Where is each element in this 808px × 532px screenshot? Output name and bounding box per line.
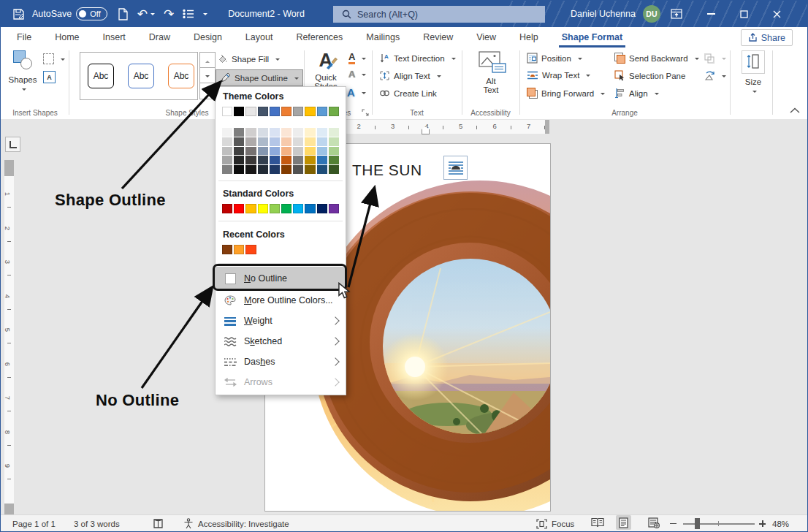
color-swatch[interactable]: [329, 204, 339, 213]
read-mode-button[interactable]: [588, 515, 607, 530]
minimize-button[interactable]: [698, 1, 723, 27]
create-link-button[interactable]: Create Link: [379, 88, 437, 99]
color-swatch[interactable]: [317, 156, 327, 165]
color-swatch[interactable]: [329, 128, 339, 137]
wordart-dialog-launcher-icon[interactable]: [362, 109, 369, 118]
color-swatch[interactable]: [317, 147, 327, 156]
text-fill-button[interactable]: A: [348, 52, 366, 64]
color-swatch[interactable]: [270, 165, 280, 175]
rotate-objects-button[interactable]: [704, 70, 726, 81]
color-swatch[interactable]: [281, 156, 291, 165]
color-swatch[interactable]: [234, 156, 244, 165]
alt-text-button[interactable]: Alt Text: [468, 51, 514, 94]
color-swatch[interactable]: [270, 107, 280, 116]
color-swatch[interactable]: [281, 165, 291, 175]
color-swatch[interactable]: [270, 204, 280, 213]
avatar[interactable]: DU: [643, 5, 660, 23]
color-swatch[interactable]: [245, 245, 256, 254]
vertical-ruler[interactable]: 123456789: [4, 160, 14, 514]
selection-pane-button[interactable]: Selection Pane: [614, 70, 685, 81]
menu-item-dashes[interactable]: Dashes: [216, 352, 346, 372]
bullet-list-icon[interactable]: [178, 1, 199, 27]
color-swatch[interactable]: [222, 156, 232, 165]
color-swatch[interactable]: [329, 137, 339, 147]
color-swatch[interactable]: [245, 128, 256, 137]
group-objects-button[interactable]: [704, 53, 726, 64]
tab-layout[interactable]: Layout: [234, 27, 285, 48]
wrap-text-button[interactable]: Wrap Text: [527, 70, 590, 80]
menu-item-more-outline-colors[interactable]: More Outline Colors...: [216, 290, 346, 311]
save-icon[interactable]: [8, 1, 29, 27]
color-swatch[interactable]: [305, 204, 315, 213]
color-swatch[interactable]: [222, 107, 232, 116]
color-swatch[interactable]: [317, 107, 327, 116]
user-name[interactable]: Daniel Uchenna: [571, 9, 636, 19]
color-swatch[interactable]: [281, 137, 291, 147]
color-swatch[interactable]: [222, 147, 232, 156]
color-swatch[interactable]: [293, 107, 303, 116]
color-swatch[interactable]: [245, 204, 256, 213]
color-swatch[interactable]: [270, 128, 280, 137]
send-backward-button[interactable]: Send Backward: [614, 53, 699, 64]
color-swatch[interactable]: [258, 204, 268, 213]
shapes-button[interactable]: Shapes: [7, 50, 39, 91]
tab-design[interactable]: Design: [182, 27, 234, 48]
gallery-scroll-down-button[interactable]: [199, 67, 216, 84]
color-swatch[interactable]: [222, 165, 232, 175]
zoom-slider-track[interactable]: [683, 523, 755, 525]
color-swatch[interactable]: [245, 137, 256, 147]
new-document-icon[interactable]: [113, 1, 133, 27]
color-swatch[interactable]: [234, 107, 244, 116]
accessibility-status[interactable]: Accessibility: Investigate: [183, 515, 289, 532]
color-swatch[interactable]: [222, 137, 232, 147]
color-swatch[interactable]: [317, 165, 327, 175]
zoom-out-button[interactable]: [670, 515, 676, 532]
color-swatch[interactable]: [234, 128, 244, 137]
color-swatch[interactable]: [270, 137, 280, 147]
text-direction-button[interactable]: A Text Direction: [379, 53, 456, 64]
color-swatch[interactable]: [293, 165, 303, 175]
text-effects-button[interactable]: A: [347, 87, 366, 98]
color-swatch[interactable]: [222, 204, 232, 213]
color-swatch[interactable]: [234, 245, 244, 254]
color-swatch[interactable]: [329, 165, 339, 175]
color-swatch[interactable]: [317, 128, 327, 137]
color-swatch[interactable]: [329, 107, 339, 116]
color-swatch[interactable]: [293, 204, 303, 213]
color-swatch[interactable]: [281, 107, 291, 116]
menu-item-weight[interactable]: Weight: [216, 311, 346, 331]
color-swatch[interactable]: [281, 147, 291, 156]
tab-insert[interactable]: Insert: [91, 27, 137, 48]
tab-references[interactable]: References: [284, 27, 354, 48]
maximize-button[interactable]: [731, 1, 756, 27]
color-swatch[interactable]: [258, 165, 268, 175]
search-input[interactable]: Search (Alt+Q): [333, 6, 545, 23]
color-swatch[interactable]: [293, 137, 303, 147]
color-swatch[interactable]: [234, 165, 244, 175]
color-swatch[interactable]: [222, 128, 232, 137]
tab-review[interactable]: Review: [411, 27, 465, 48]
color-swatch[interactable]: [270, 156, 280, 165]
bring-forward-button[interactable]: Bring Forward: [527, 88, 605, 99]
color-swatch[interactable]: [305, 147, 315, 156]
word-count[interactable]: 3 of 3 words: [74, 520, 120, 528]
color-swatch[interactable]: [293, 156, 303, 165]
tab-help[interactable]: Help: [508, 27, 550, 48]
color-swatch[interactable]: [293, 147, 303, 156]
align-button[interactable]: Align: [614, 88, 659, 99]
zoom-in-button[interactable]: [759, 515, 766, 532]
color-swatch[interactable]: [317, 137, 327, 147]
color-swatch[interactable]: [270, 147, 280, 156]
color-swatch[interactable]: [258, 137, 268, 147]
zoom-level[interactable]: 48%: [772, 520, 789, 528]
shape-style-preset[interactable]: Abc: [88, 64, 114, 88]
close-button[interactable]: [764, 1, 789, 27]
color-swatch[interactable]: [305, 156, 315, 165]
size-button[interactable]: Size: [736, 50, 771, 94]
color-swatch[interactable]: [329, 156, 339, 165]
tab-mailings[interactable]: Mailings: [354, 27, 411, 48]
color-swatch[interactable]: [245, 147, 256, 156]
gallery-scroll-up-button[interactable]: [199, 52, 216, 69]
shape-style-preset[interactable]: Abc: [128, 64, 154, 88]
color-swatch[interactable]: [305, 165, 315, 175]
